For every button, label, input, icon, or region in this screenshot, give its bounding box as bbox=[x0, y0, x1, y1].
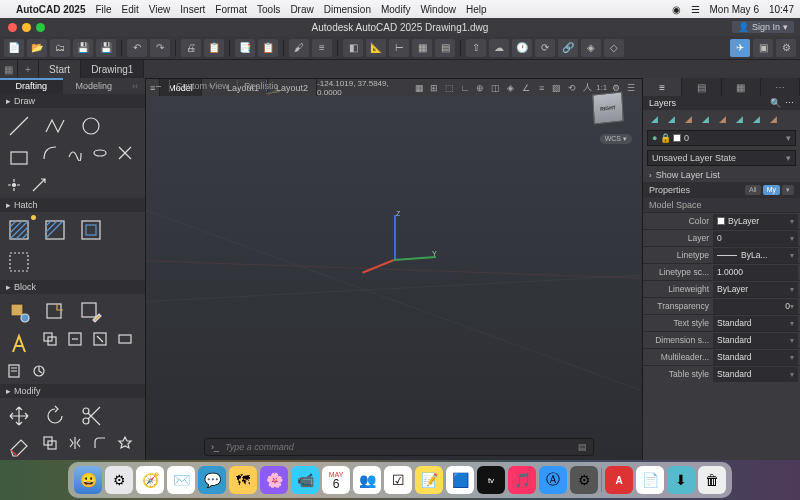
qat-undo-icon[interactable]: ↶ bbox=[127, 39, 147, 57]
dock-facetime-icon[interactable]: 📹 bbox=[291, 466, 319, 494]
status-3dosnap-icon[interactable]: ◈ bbox=[504, 81, 517, 95]
layerfilter-6-icon[interactable]: ◢ bbox=[732, 113, 746, 125]
dock-tv-icon[interactable]: tv bbox=[477, 466, 505, 494]
dock-finder-icon[interactable]: 😀 bbox=[74, 466, 102, 494]
qat-saveas-icon[interactable]: 💾 bbox=[96, 39, 116, 57]
close-window-button[interactable] bbox=[8, 23, 17, 32]
tool-polyline-icon[interactable] bbox=[38, 111, 72, 141]
tool-line-icon[interactable] bbox=[2, 111, 36, 141]
status-otrack-icon[interactable]: ∠ bbox=[520, 81, 533, 95]
prop-row-linetype[interactable]: LinetypeByLa...▾ bbox=[643, 246, 800, 263]
model-viewport[interactable]: – Custom View Realistic Z Y RIGHT WCS ▾ … bbox=[146, 78, 642, 460]
qat-openfolder-icon[interactable]: 🗂 bbox=[50, 39, 70, 57]
vp-menu-dash[interactable]: – bbox=[150, 80, 167, 92]
props-tab-more-icon[interactable]: ▾ bbox=[782, 185, 794, 195]
status-cycling-icon[interactable]: ⟲ bbox=[566, 81, 579, 95]
qat-dim-icon[interactable]: ⊢ bbox=[389, 39, 409, 57]
section-block-header[interactable]: ▸ Block bbox=[0, 280, 145, 294]
tool-trim-icon[interactable] bbox=[74, 401, 108, 431]
command-input[interactable] bbox=[225, 442, 578, 452]
layerfilter-8-icon[interactable]: ◢ bbox=[766, 113, 780, 125]
qat-time-icon[interactable]: 🕐 bbox=[512, 39, 532, 57]
tool-blockref6-icon[interactable] bbox=[27, 361, 50, 381]
status-grid-icon[interactable]: ⊞ bbox=[428, 81, 441, 95]
dock-notes-icon[interactable]: 📝 bbox=[415, 466, 443, 494]
command-history-icon[interactable]: ›_ bbox=[211, 442, 219, 452]
qat-share-icon[interactable]: ⇧ bbox=[466, 39, 486, 57]
qat-block-icon[interactable]: ◧ bbox=[343, 39, 363, 57]
dock-app1-icon[interactable]: ⚙ bbox=[105, 466, 133, 494]
layerfilter-4-icon[interactable]: ◢ bbox=[698, 113, 712, 125]
dock-messages-icon[interactable]: 💬 bbox=[198, 466, 226, 494]
menu-view[interactable]: View bbox=[149, 4, 171, 15]
section-modify-header[interactable]: ▸ Modify bbox=[0, 384, 145, 398]
layerfilter-7-icon[interactable]: ◢ bbox=[749, 113, 763, 125]
menu-tools[interactable]: Tools bbox=[257, 4, 280, 15]
dock-appstore-icon[interactable]: Ⓐ bbox=[539, 466, 567, 494]
filetab-add-button[interactable]: + bbox=[18, 60, 39, 78]
tool-circle-icon[interactable] bbox=[74, 111, 108, 141]
viewcube[interactable]: RIGHT bbox=[588, 88, 628, 128]
tool-blockref2-icon[interactable] bbox=[63, 329, 86, 349]
status-ortho-icon[interactable]: ∟ bbox=[458, 81, 471, 95]
prop-value[interactable]: Standard▾ bbox=[713, 333, 798, 348]
prop-value[interactable]: ByLayer▾ bbox=[713, 214, 798, 229]
dock-safari-icon[interactable]: 🧭 bbox=[136, 466, 164, 494]
dock-calendar-icon[interactable]: MAY6 bbox=[322, 466, 350, 494]
qat-redo-icon[interactable]: ↷ bbox=[150, 39, 170, 57]
status-model-icon[interactable]: ▦ bbox=[412, 81, 425, 95]
filetab-start[interactable]: Start bbox=[39, 60, 81, 78]
qat-tool2-icon[interactable]: ▤ bbox=[435, 39, 455, 57]
menu-modify[interactable]: Modify bbox=[381, 4, 410, 15]
tool-spline-icon[interactable] bbox=[63, 143, 86, 163]
current-layer-select[interactable]: ● 🔒 0 ▾ bbox=[647, 130, 796, 146]
dock-reminders-icon[interactable]: ☑ bbox=[384, 466, 412, 494]
status-snap-icon[interactable]: ⬚ bbox=[443, 81, 456, 95]
vp-visualstyle-menu[interactable]: Realistic bbox=[237, 80, 284, 92]
show-layer-list-button[interactable]: ›Show Layer List bbox=[643, 168, 800, 182]
rpanel-tab-blocks-icon[interactable]: ▦ bbox=[722, 78, 761, 96]
qat-refresh-icon[interactable]: ⟳ bbox=[535, 39, 555, 57]
prop-value[interactable]: 0▾ bbox=[713, 299, 798, 314]
layerfilter-5-icon[interactable]: ◢ bbox=[715, 113, 729, 125]
qat-tool1-icon[interactable]: ▦ bbox=[412, 39, 432, 57]
rpanel-tab-props-icon[interactable]: ▤ bbox=[682, 78, 721, 96]
dock-trash-icon[interactable]: 🗑 bbox=[698, 466, 726, 494]
dock-photos-icon[interactable]: 🌸 bbox=[260, 466, 288, 494]
zoom-window-button[interactable] bbox=[36, 23, 45, 32]
tool-ray-icon[interactable] bbox=[27, 175, 50, 195]
viewcube-face[interactable]: RIGHT bbox=[592, 92, 624, 125]
tool-mirror-icon[interactable] bbox=[63, 433, 86, 453]
qat-misc1-icon[interactable]: ◈ bbox=[581, 39, 601, 57]
qat-save-icon[interactable]: 💾 bbox=[73, 39, 93, 57]
menu-insert[interactable]: Insert bbox=[180, 4, 205, 15]
tool-blockref3-icon[interactable] bbox=[88, 329, 111, 349]
qat-print-icon[interactable]: 🖨 bbox=[181, 39, 201, 57]
palette-tab-drafting[interactable]: Drafting bbox=[0, 78, 63, 94]
prop-value[interactable]: Standard▾ bbox=[713, 367, 798, 382]
menu-app-name[interactable]: AutoCAD 2025 bbox=[16, 4, 85, 15]
qat-paste-icon[interactable]: 📋 bbox=[258, 39, 278, 57]
prop-row-tablestyle[interactable]: Table styleStandard▾ bbox=[643, 365, 800, 382]
prop-row-textstyle[interactable]: Text styleStandard▾ bbox=[643, 314, 800, 331]
tool-rectangle-icon[interactable] bbox=[2, 143, 36, 173]
status-transparency-icon[interactable]: ▨ bbox=[550, 81, 563, 95]
qat-link-icon[interactable]: 🔗 bbox=[558, 39, 578, 57]
rpanel-tab-layers-icon[interactable]: ≡ bbox=[643, 78, 682, 96]
menubar-clock-time[interactable]: 10:47 bbox=[769, 4, 794, 15]
dock-autocad-icon[interactable]: A bbox=[605, 466, 633, 494]
menubar-control-icon[interactable]: ☰ bbox=[691, 4, 700, 15]
prop-row-layer[interactable]: Layer0▾ bbox=[643, 229, 800, 246]
status-lwt-icon[interactable]: ≡ bbox=[535, 81, 548, 95]
dock-music-icon[interactable]: 🎵 bbox=[508, 466, 536, 494]
dock-maps-icon[interactable]: 🗺 bbox=[229, 466, 257, 494]
dock-contacts-icon[interactable]: 👥 bbox=[353, 466, 381, 494]
tool-arc-icon[interactable] bbox=[38, 143, 61, 163]
prop-value[interactable]: Standard▾ bbox=[713, 316, 798, 331]
qat-new-icon[interactable]: 📄 bbox=[4, 39, 24, 57]
rpanel-tab-more-icon[interactable]: ⋯ bbox=[761, 78, 800, 96]
tool-construction-icon[interactable] bbox=[113, 143, 136, 163]
dock-mail-icon[interactable]: ✉️ bbox=[167, 466, 195, 494]
prop-value[interactable]: 1.0000 bbox=[713, 265, 798, 280]
menu-draw[interactable]: Draw bbox=[290, 4, 313, 15]
